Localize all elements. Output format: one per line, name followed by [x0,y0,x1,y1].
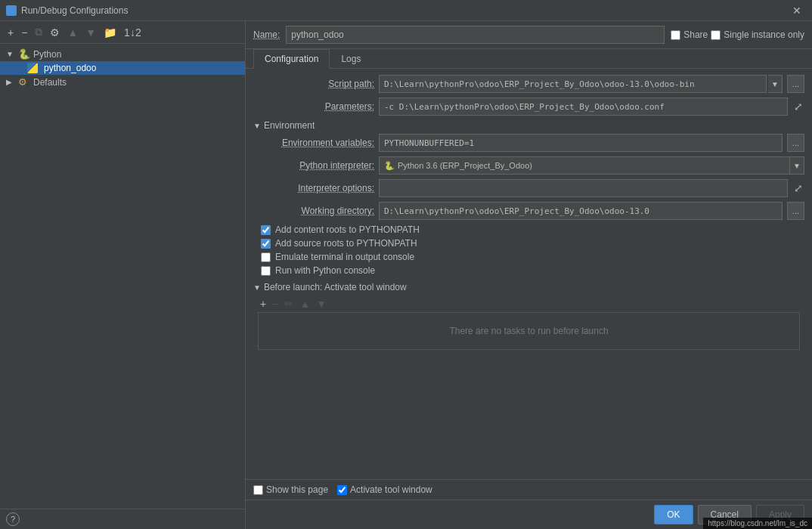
emulate-terminal-label[interactable]: Emulate terminal in output console [275,252,414,262]
tab-configuration[interactable]: Configuration [253,49,330,69]
title-bar-left: Run/Debug Configurations [6,5,128,16]
tree-python-odoo-label: python_odoo [44,63,96,73]
python-folder-icon: 🐍 [18,48,30,60]
settings-button[interactable]: ⚙ [47,25,63,40]
tree-defaults[interactable]: ▶ ⚙ Defaults [0,75,245,89]
interp-options-input[interactable] [379,179,788,197]
share-checkbox[interactable] [671,30,680,40]
parameters-expand[interactable]: ⤢ [792,101,804,113]
name-label: Name: [253,29,280,40]
defaults-arrow: ▶ [6,78,15,86]
left-panel: + − ⧉ ⚙ ▲ ▼ 📁 1↓2 ▼ 🐍 Python python_odoo [0,21,246,529]
tree-python-label: Python [33,49,61,60]
launch-remove-button[interactable]: − [270,297,280,311]
name-row: Name: Share Single instance only [246,21,812,49]
before-launch-header[interactable]: ▼ Before launch: Activate tool window [253,282,804,292]
left-bottom: ? [0,509,245,529]
python-interpreter-row: Python interpreter: 🐍 Python 3.6 (ERP_Pr… [253,156,804,175]
emulate-terminal-checkbox[interactable] [261,252,271,262]
interp-options-label: Interpreter options: [253,183,374,193]
script-path-label: Script path: [253,79,374,89]
script-path-container: ▼ [379,75,783,93]
launch-edit-button[interactable]: ✏ [282,297,296,311]
before-launch-section: ▼ Before launch: Activate tool window + … [253,282,804,350]
script-path-browse[interactable]: ... [787,75,804,93]
add-source-roots-checkbox[interactable] [261,239,271,249]
python-config-icon [27,63,38,73]
remove-config-button[interactable]: − [18,25,30,40]
environment-section-header[interactable]: ▼ Environment [253,120,804,131]
before-launch-title: Before launch: Activate tool window [264,282,407,292]
close-button[interactable]: ✕ [788,3,806,18]
launch-down-button[interactable]: ▼ [314,297,329,311]
activate-tool-item: Activate tool window [337,484,432,495]
script-path-dropdown[interactable]: ▼ [768,75,783,93]
env-vars-row: Environment variables: ... [253,134,804,152]
env-arrow: ▼ [253,122,261,130]
add-content-roots-label[interactable]: Add content roots to PYTHONPATH [275,224,420,235]
cb3-row: Emulate terminal in output console [253,252,804,262]
python-snake-icon: 🐍 [384,161,395,171]
move-up-button[interactable]: ▲ [64,25,81,40]
show-page-checkbox[interactable] [253,485,263,495]
interp-display: 🐍 Python 3.6 (ERP_Project_By_Odoo) [379,156,790,175]
interp-container: 🐍 Python 3.6 (ERP_Project_By_Odoo) ▼ [379,156,804,175]
parameters-label: Parameters: [253,101,374,112]
run-python-console-label[interactable]: Run with Python console [275,265,375,276]
tree-python-group[interactable]: ▼ 🐍 Python [0,47,245,61]
copy-config-button[interactable]: ⧉ [32,24,45,40]
parameters-row: Parameters: ⤢ [253,97,804,116]
working-dir-input[interactable] [379,202,783,220]
cb2-row: Add source roots to PYTHONPATH [253,238,804,249]
env-section-title: Environment [264,120,315,131]
single-instance-label: Single instance only [724,29,804,40]
run-python-console-checkbox[interactable] [261,266,271,276]
env-vars-input[interactable] [379,134,783,152]
parameters-input[interactable] [379,97,788,116]
working-dir-browse[interactable]: ... [787,202,804,220]
add-source-roots-label[interactable]: Add source roots to PYTHONPATH [275,238,417,249]
script-path-input[interactable] [379,75,767,93]
bottom-bar: Show this page Activate tool window [246,479,812,500]
tabs-row: Configuration Logs [246,49,812,69]
activate-tool-checkbox[interactable] [337,485,347,495]
show-page-label[interactable]: Show this page [266,484,328,495]
config-content: Script path: ▼ ... Parameters: ⤢ ▼ Envir… [246,69,812,479]
config-tree: ▼ 🐍 Python python_odoo ▶ ⚙ Defaults [0,44,245,509]
bottom-checkboxes: Show this page Activate tool window [253,484,804,495]
share-area: Share Single instance only [671,29,804,40]
env-vars-browse[interactable]: ... [787,134,804,152]
right-panel: Name: Share Single instance only Configu… [246,21,812,529]
before-launch-arrow: ▼ [253,283,261,292]
working-dir-label: Working directory: [253,206,374,216]
move-down-button[interactable]: ▼ [82,25,99,40]
sort-button[interactable]: 1↓2 [121,25,144,40]
add-content-roots-checkbox[interactable] [261,225,271,235]
defaults-icon: ⚙ [18,76,27,88]
interp-options-row: Interpreter options: ⤢ [253,179,804,197]
launch-empty-area: There are no tasks to run before launch [258,312,800,350]
launch-empty-message: There are no tasks to run before launch [449,326,608,336]
window-title: Run/Debug Configurations [21,5,128,16]
launch-up-button[interactable]: ▲ [297,297,312,311]
working-dir-row: Working directory: ... [253,202,804,220]
cb1-row: Add content roots to PYTHONPATH [253,224,804,235]
activate-tool-label[interactable]: Activate tool window [350,484,432,495]
main-container: + − ⧉ ⚙ ▲ ▼ 📁 1↓2 ▼ 🐍 Python python_odoo [0,21,812,529]
ok-button[interactable]: OK [654,505,693,524]
tree-python-odoo[interactable]: python_odoo [0,61,245,75]
folder-button[interactable]: 📁 [101,25,119,40]
single-instance-checkbox[interactable] [711,30,721,40]
help-button[interactable]: ? [6,512,20,526]
add-config-button[interactable]: + [5,25,17,40]
launch-add-button[interactable]: + [258,297,268,311]
name-input[interactable] [286,26,665,44]
script-path-row: Script path: ▼ ... [253,75,804,93]
interp-options-expand[interactable]: ⤢ [792,182,804,194]
title-bar: Run/Debug Configurations ✕ [0,0,812,21]
interp-dropdown-button[interactable]: ▼ [790,156,804,175]
env-vars-label: Environment variables: [253,138,374,148]
share-label: Share [683,29,708,40]
tab-logs[interactable]: Logs [330,49,372,69]
watermark: https://blog.csdn.net/lm_is_dc [703,518,812,529]
